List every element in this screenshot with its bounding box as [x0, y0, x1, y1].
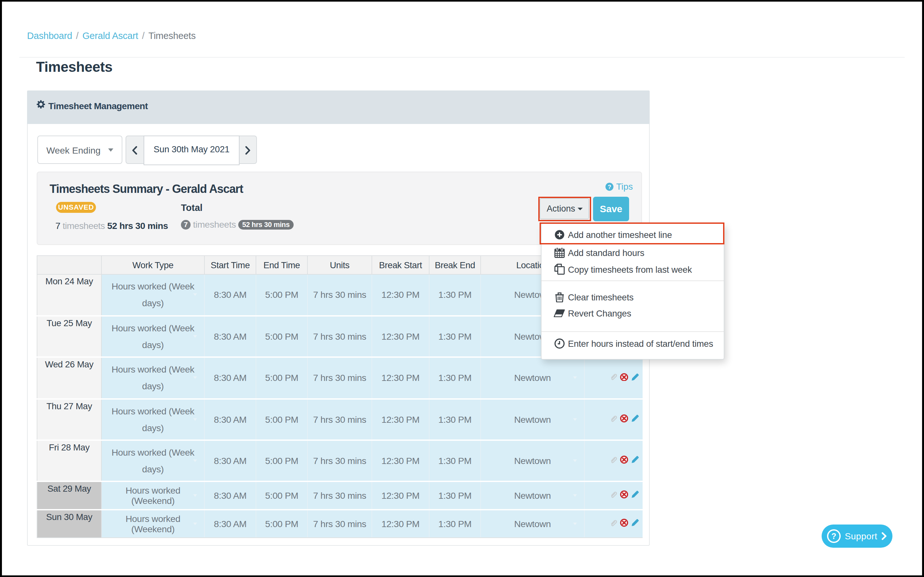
svg-text:?: ? — [608, 184, 612, 190]
svg-text:?: ? — [831, 532, 836, 541]
